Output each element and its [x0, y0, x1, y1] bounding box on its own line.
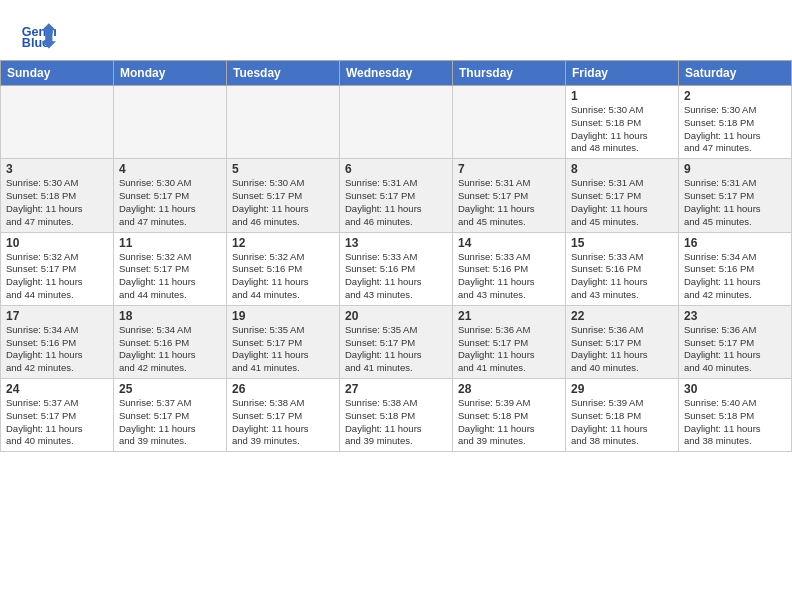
calendar-week-row: 24Sunrise: 5:37 AM Sunset: 5:17 PM Dayli…: [1, 379, 792, 452]
calendar-cell: 6Sunrise: 5:31 AM Sunset: 5:17 PM Daylig…: [340, 159, 453, 232]
day-info: Sunrise: 5:30 AM Sunset: 5:18 PM Dayligh…: [571, 104, 673, 155]
day-number: 27: [345, 382, 447, 396]
day-number: 20: [345, 309, 447, 323]
col-header-monday: Monday: [114, 61, 227, 86]
day-info: Sunrise: 5:39 AM Sunset: 5:18 PM Dayligh…: [571, 397, 673, 448]
logo: General Blue: [20, 16, 56, 52]
day-number: 4: [119, 162, 221, 176]
calendar-cell: [340, 86, 453, 159]
calendar-cell: 25Sunrise: 5:37 AM Sunset: 5:17 PM Dayli…: [114, 379, 227, 452]
day-number: 17: [6, 309, 108, 323]
day-info: Sunrise: 5:31 AM Sunset: 5:17 PM Dayligh…: [458, 177, 560, 228]
day-info: Sunrise: 5:30 AM Sunset: 5:18 PM Dayligh…: [6, 177, 108, 228]
day-info: Sunrise: 5:36 AM Sunset: 5:17 PM Dayligh…: [458, 324, 560, 375]
day-info: Sunrise: 5:35 AM Sunset: 5:17 PM Dayligh…: [232, 324, 334, 375]
calendar-cell: 18Sunrise: 5:34 AM Sunset: 5:16 PM Dayli…: [114, 305, 227, 378]
day-number: 19: [232, 309, 334, 323]
day-info: Sunrise: 5:33 AM Sunset: 5:16 PM Dayligh…: [458, 251, 560, 302]
day-number: 3: [6, 162, 108, 176]
calendar-cell: 28Sunrise: 5:39 AM Sunset: 5:18 PM Dayli…: [453, 379, 566, 452]
day-number: 30: [684, 382, 786, 396]
calendar-week-row: 17Sunrise: 5:34 AM Sunset: 5:16 PM Dayli…: [1, 305, 792, 378]
calendar-cell: 9Sunrise: 5:31 AM Sunset: 5:17 PM Daylig…: [679, 159, 792, 232]
day-number: 1: [571, 89, 673, 103]
day-number: 24: [6, 382, 108, 396]
day-info: Sunrise: 5:36 AM Sunset: 5:17 PM Dayligh…: [571, 324, 673, 375]
day-info: Sunrise: 5:32 AM Sunset: 5:17 PM Dayligh…: [6, 251, 108, 302]
day-number: 26: [232, 382, 334, 396]
calendar-cell: 26Sunrise: 5:38 AM Sunset: 5:17 PM Dayli…: [227, 379, 340, 452]
calendar-cell: 4Sunrise: 5:30 AM Sunset: 5:17 PM Daylig…: [114, 159, 227, 232]
col-header-saturday: Saturday: [679, 61, 792, 86]
calendar-cell: 12Sunrise: 5:32 AM Sunset: 5:16 PM Dayli…: [227, 232, 340, 305]
calendar-cell: [453, 86, 566, 159]
calendar-cell: [114, 86, 227, 159]
calendar-header-row: SundayMondayTuesdayWednesdayThursdayFrid…: [1, 61, 792, 86]
day-info: Sunrise: 5:31 AM Sunset: 5:17 PM Dayligh…: [571, 177, 673, 228]
day-info: Sunrise: 5:33 AM Sunset: 5:16 PM Dayligh…: [345, 251, 447, 302]
calendar-cell: 27Sunrise: 5:38 AM Sunset: 5:18 PM Dayli…: [340, 379, 453, 452]
col-header-wednesday: Wednesday: [340, 61, 453, 86]
day-number: 22: [571, 309, 673, 323]
calendar-week-row: 1Sunrise: 5:30 AM Sunset: 5:18 PM Daylig…: [1, 86, 792, 159]
day-number: 10: [6, 236, 108, 250]
day-info: Sunrise: 5:32 AM Sunset: 5:17 PM Dayligh…: [119, 251, 221, 302]
day-number: 28: [458, 382, 560, 396]
col-header-thursday: Thursday: [453, 61, 566, 86]
calendar-cell: 14Sunrise: 5:33 AM Sunset: 5:16 PM Dayli…: [453, 232, 566, 305]
day-info: Sunrise: 5:36 AM Sunset: 5:17 PM Dayligh…: [684, 324, 786, 375]
calendar-cell: 20Sunrise: 5:35 AM Sunset: 5:17 PM Dayli…: [340, 305, 453, 378]
calendar-cell: 15Sunrise: 5:33 AM Sunset: 5:16 PM Dayli…: [566, 232, 679, 305]
day-number: 5: [232, 162, 334, 176]
day-info: Sunrise: 5:35 AM Sunset: 5:17 PM Dayligh…: [345, 324, 447, 375]
day-number: 15: [571, 236, 673, 250]
day-info: Sunrise: 5:30 AM Sunset: 5:17 PM Dayligh…: [232, 177, 334, 228]
calendar-cell: 1Sunrise: 5:30 AM Sunset: 5:18 PM Daylig…: [566, 86, 679, 159]
day-info: Sunrise: 5:30 AM Sunset: 5:18 PM Dayligh…: [684, 104, 786, 155]
calendar-cell: 22Sunrise: 5:36 AM Sunset: 5:17 PM Dayli…: [566, 305, 679, 378]
day-info: Sunrise: 5:34 AM Sunset: 5:16 PM Dayligh…: [119, 324, 221, 375]
day-info: Sunrise: 5:34 AM Sunset: 5:16 PM Dayligh…: [684, 251, 786, 302]
logo-icon: General Blue: [20, 16, 56, 52]
day-info: Sunrise: 5:39 AM Sunset: 5:18 PM Dayligh…: [458, 397, 560, 448]
calendar-cell: 23Sunrise: 5:36 AM Sunset: 5:17 PM Dayli…: [679, 305, 792, 378]
calendar-cell: 5Sunrise: 5:30 AM Sunset: 5:17 PM Daylig…: [227, 159, 340, 232]
calendar-cell: 17Sunrise: 5:34 AM Sunset: 5:16 PM Dayli…: [1, 305, 114, 378]
day-number: 25: [119, 382, 221, 396]
day-info: Sunrise: 5:32 AM Sunset: 5:16 PM Dayligh…: [232, 251, 334, 302]
col-header-tuesday: Tuesday: [227, 61, 340, 86]
day-info: Sunrise: 5:37 AM Sunset: 5:17 PM Dayligh…: [119, 397, 221, 448]
day-number: 7: [458, 162, 560, 176]
day-info: Sunrise: 5:31 AM Sunset: 5:17 PM Dayligh…: [684, 177, 786, 228]
day-number: 2: [684, 89, 786, 103]
col-header-friday: Friday: [566, 61, 679, 86]
page-header: General Blue: [0, 0, 792, 60]
calendar-cell: 13Sunrise: 5:33 AM Sunset: 5:16 PM Dayli…: [340, 232, 453, 305]
day-info: Sunrise: 5:38 AM Sunset: 5:17 PM Dayligh…: [232, 397, 334, 448]
day-number: 8: [571, 162, 673, 176]
calendar-cell: 29Sunrise: 5:39 AM Sunset: 5:18 PM Dayli…: [566, 379, 679, 452]
calendar-week-row: 10Sunrise: 5:32 AM Sunset: 5:17 PM Dayli…: [1, 232, 792, 305]
calendar-cell: 19Sunrise: 5:35 AM Sunset: 5:17 PM Dayli…: [227, 305, 340, 378]
calendar-cell: 8Sunrise: 5:31 AM Sunset: 5:17 PM Daylig…: [566, 159, 679, 232]
day-number: 23: [684, 309, 786, 323]
day-info: Sunrise: 5:34 AM Sunset: 5:16 PM Dayligh…: [6, 324, 108, 375]
day-number: 16: [684, 236, 786, 250]
day-number: 29: [571, 382, 673, 396]
calendar-cell: 2Sunrise: 5:30 AM Sunset: 5:18 PM Daylig…: [679, 86, 792, 159]
day-number: 18: [119, 309, 221, 323]
calendar-cell: 10Sunrise: 5:32 AM Sunset: 5:17 PM Dayli…: [1, 232, 114, 305]
calendar-cell: 24Sunrise: 5:37 AM Sunset: 5:17 PM Dayli…: [1, 379, 114, 452]
calendar-cell: [227, 86, 340, 159]
day-info: Sunrise: 5:38 AM Sunset: 5:18 PM Dayligh…: [345, 397, 447, 448]
day-number: 13: [345, 236, 447, 250]
day-number: 12: [232, 236, 334, 250]
day-number: 21: [458, 309, 560, 323]
day-info: Sunrise: 5:40 AM Sunset: 5:18 PM Dayligh…: [684, 397, 786, 448]
day-info: Sunrise: 5:31 AM Sunset: 5:17 PM Dayligh…: [345, 177, 447, 228]
day-number: 6: [345, 162, 447, 176]
day-info: Sunrise: 5:37 AM Sunset: 5:17 PM Dayligh…: [6, 397, 108, 448]
calendar-cell: [1, 86, 114, 159]
col-header-sunday: Sunday: [1, 61, 114, 86]
calendar-cell: 7Sunrise: 5:31 AM Sunset: 5:17 PM Daylig…: [453, 159, 566, 232]
